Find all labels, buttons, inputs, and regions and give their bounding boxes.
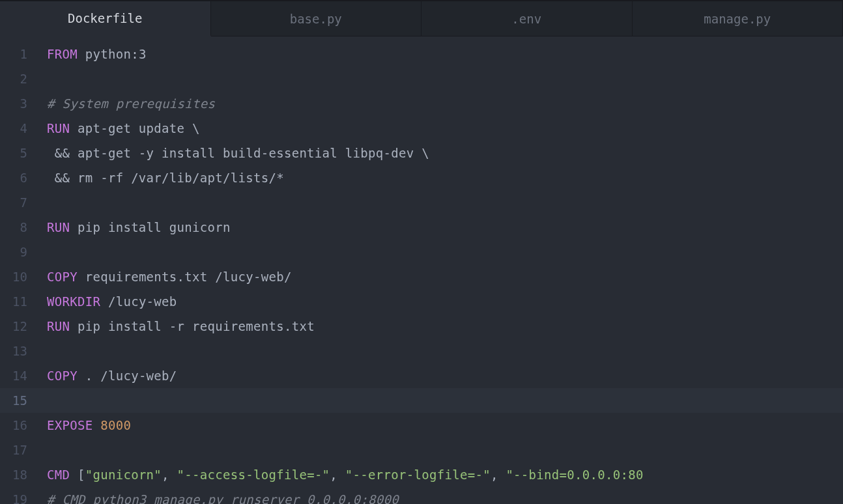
- line-number-gutter: 1 2 3 4 5 6 7 8 9 10 11 12 13 14 15 16 1…: [0, 36, 39, 504]
- code-line: [47, 438, 843, 462]
- line-number: 9: [0, 240, 39, 264]
- code-line: CMD ["gunicorn", "--access-logfile=-", "…: [47, 462, 843, 487]
- code-text: ,: [162, 468, 177, 482]
- code-line: [47, 66, 843, 91]
- code-line: FROM python:3: [47, 42, 843, 66]
- code-text: /lucy-web: [100, 294, 177, 309]
- keyword: RUN: [47, 121, 70, 135]
- code-text: pip install gunicorn: [70, 220, 231, 234]
- keyword: CMD: [47, 468, 70, 482]
- line-number: 18: [0, 462, 39, 487]
- keyword: RUN: [47, 220, 70, 234]
- code-line: EXPOSE 8000: [47, 413, 843, 438]
- code-line: [47, 339, 843, 363]
- line-number: 12: [0, 314, 39, 339]
- comment: # CMD python3 manage.py runserver 0.0.0.…: [47, 492, 399, 504]
- code-text: python:3: [78, 47, 147, 61]
- string: "--access-logfile=-": [177, 468, 330, 482]
- editor[interactable]: 1 2 3 4 5 6 7 8 9 10 11 12 13 14 15 16 1…: [0, 36, 843, 504]
- line-number: 3: [0, 91, 39, 116]
- line-number: 17: [0, 438, 39, 462]
- tab-dockerfile[interactable]: Dockerfile: [0, 1, 211, 36]
- number: 8000: [100, 418, 131, 432]
- code-line: RUN pip install -r requirements.txt: [47, 314, 843, 339]
- keyword: COPY: [47, 270, 78, 284]
- code-text: pip install -r requirements.txt: [70, 319, 315, 333]
- code-text: ,: [330, 468, 345, 482]
- code-area[interactable]: FROM python:3 # System prerequisites RUN…: [39, 36, 843, 504]
- string: "gunicorn": [85, 468, 162, 482]
- tab-base-py[interactable]: base.py: [211, 1, 422, 36]
- code-text: . /lucy-web/: [78, 369, 177, 383]
- line-number: 2: [0, 66, 39, 91]
- code-text: ,: [491, 468, 506, 482]
- line-number: 16: [0, 413, 39, 438]
- keyword: WORKDIR: [47, 294, 100, 309]
- keyword: FROM: [47, 47, 78, 61]
- code-line: WORKDIR /lucy-web: [47, 289, 843, 314]
- line-number: 5: [0, 141, 39, 165]
- line-number: 19: [0, 487, 39, 504]
- code-line: # CMD python3 manage.py runserver 0.0.0.…: [47, 487, 843, 504]
- code-line: # System prerequisites: [47, 91, 843, 116]
- code-line: RUN pip install gunicorn: [47, 215, 843, 240]
- code-text: [: [70, 468, 85, 482]
- line-number: 14: [0, 363, 39, 388]
- line-number: 8: [0, 215, 39, 240]
- code-text: [93, 418, 100, 432]
- line-number: 7: [0, 190, 39, 215]
- line-number: 1: [0, 42, 39, 66]
- tab-bar: Dockerfile base.py .env manage.py: [0, 1, 843, 36]
- code-line: [47, 190, 843, 215]
- line-number: 13: [0, 339, 39, 363]
- keyword: RUN: [47, 319, 70, 333]
- code-line: [47, 240, 843, 264]
- code-text: && rm -rf /var/lib/apt/lists/*: [47, 171, 284, 185]
- code-line: COPY . /lucy-web/: [47, 363, 843, 388]
- line-number: 6: [0, 165, 39, 190]
- keyword: COPY: [47, 369, 78, 383]
- tab-env[interactable]: .env: [422, 1, 633, 36]
- code-text: && apt-get -y install build-essential li…: [47, 146, 429, 160]
- tab-manage-py[interactable]: manage.py: [633, 1, 844, 36]
- code-line: RUN apt-get update \: [47, 116, 843, 141]
- line-number: 15: [0, 388, 39, 413]
- code-line: && apt-get -y install build-essential li…: [47, 141, 843, 165]
- code-text: requirements.txt /lucy-web/: [78, 270, 292, 284]
- string: "--bind=0.0.0.0:80: [506, 468, 643, 482]
- line-number: 4: [0, 116, 39, 141]
- line-number: 11: [0, 289, 39, 314]
- code-line: && rm -rf /var/lib/apt/lists/*: [47, 165, 843, 190]
- code-text: apt-get update \: [70, 121, 200, 135]
- string: "--error-logfile=-": [345, 468, 491, 482]
- code-line-current: [39, 388, 843, 413]
- keyword: EXPOSE: [47, 418, 93, 432]
- code-line: COPY requirements.txt /lucy-web/: [47, 264, 843, 289]
- comment: # System prerequisites: [47, 96, 215, 111]
- line-number: 10: [0, 264, 39, 289]
